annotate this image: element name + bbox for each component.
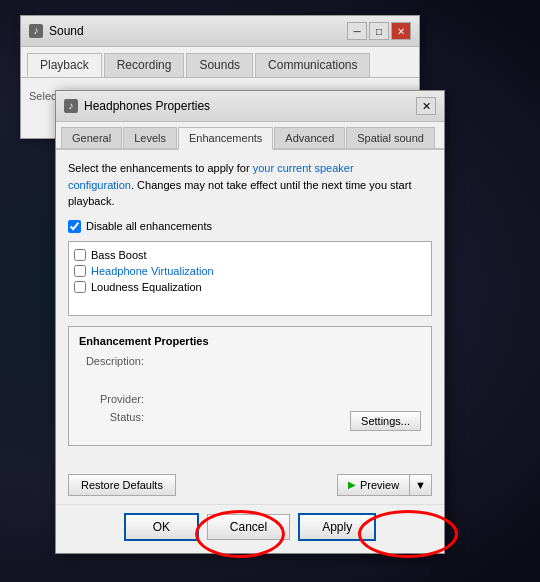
sound-window-icon: ♪ bbox=[29, 24, 43, 38]
apply-button[interactable]: Apply bbox=[298, 513, 376, 541]
tab-advanced[interactable]: Advanced bbox=[274, 127, 345, 148]
disable-all-label: Disable all enhancements bbox=[86, 220, 212, 232]
tab-levels[interactable]: Levels bbox=[123, 127, 177, 148]
sound-title-bar: ♪ Sound ─ □ ✕ bbox=[21, 16, 419, 47]
headphone-virt-label: Headphone Virtualization bbox=[91, 265, 214, 277]
dialog-close-button[interactable]: ✕ bbox=[416, 97, 436, 115]
ok-button[interactable]: OK bbox=[124, 513, 199, 541]
restore-defaults-button[interactable]: Restore Defaults bbox=[68, 474, 176, 496]
bass-boost-label: Bass Boost bbox=[91, 249, 147, 261]
window-controls: ─ □ ✕ bbox=[347, 22, 411, 40]
tab-sounds[interactable]: Sounds bbox=[186, 53, 253, 77]
dialog-title: Headphones Properties bbox=[84, 99, 410, 113]
tab-spatial-sound[interactable]: Spatial sound bbox=[346, 127, 435, 148]
bass-boost-checkbox[interactable] bbox=[74, 249, 86, 261]
description-row: Description: bbox=[79, 355, 421, 367]
settings-button[interactable]: Settings... bbox=[350, 411, 421, 431]
close-button[interactable]: ✕ bbox=[391, 22, 411, 40]
sound-window-title: Sound bbox=[49, 24, 341, 38]
enhancement-headphone-virt: Headphone Virtualization bbox=[74, 263, 426, 279]
status-row: Status: Settings... bbox=[79, 411, 421, 431]
description-label: Description: bbox=[79, 355, 144, 367]
sound-tabs: Playback Recording Sounds Communications bbox=[21, 47, 419, 78]
play-icon: ▶ bbox=[348, 479, 356, 490]
maximize-button[interactable]: □ bbox=[369, 22, 389, 40]
status-label: Status: bbox=[79, 411, 144, 423]
enhancement-loudness-eq: Loudness Equalization bbox=[74, 279, 426, 295]
action-buttons-row: OK Cancel Apply bbox=[56, 504, 444, 553]
tab-communications[interactable]: Communications bbox=[255, 53, 370, 77]
tab-general[interactable]: General bbox=[61, 127, 122, 148]
preview-dropdown-button[interactable]: ▼ bbox=[409, 474, 432, 496]
enhancement-description: Select the enhancements to apply for you… bbox=[68, 160, 432, 210]
tab-recording[interactable]: Recording bbox=[104, 53, 185, 77]
minimize-button[interactable]: ─ bbox=[347, 22, 367, 40]
dialog-icon: ♪ bbox=[64, 99, 78, 113]
loudness-eq-checkbox[interactable] bbox=[74, 281, 86, 293]
cancel-button[interactable]: Cancel bbox=[207, 514, 290, 540]
preview-button[interactable]: ▶ Preview bbox=[337, 474, 409, 496]
tab-enhancements[interactable]: Enhancements bbox=[178, 127, 273, 150]
loudness-eq-label: Loudness Equalization bbox=[91, 281, 202, 293]
properties-title: Enhancement Properties bbox=[79, 335, 421, 347]
preview-label: Preview bbox=[360, 479, 399, 491]
dialog-content: Select the enhancements to apply for you… bbox=[56, 150, 444, 466]
dialog-tabs-row: General Levels Enhancements Advanced Spa… bbox=[56, 122, 444, 150]
disable-all-row: Disable all enhancements bbox=[68, 220, 432, 233]
provider-row: Provider: bbox=[79, 393, 421, 405]
bottom-buttons-row: Restore Defaults ▶ Preview ▼ bbox=[56, 466, 444, 504]
preview-group: ▶ Preview ▼ bbox=[337, 474, 432, 496]
dialog-title-bar: ♪ Headphones Properties ✕ bbox=[56, 91, 444, 122]
headphones-properties-dialog: ♪ Headphones Properties ✕ General Levels… bbox=[55, 90, 445, 554]
enhancement-bass-boost: Bass Boost bbox=[74, 247, 426, 263]
enhancement-properties-box: Enhancement Properties Description: Prov… bbox=[68, 326, 432, 446]
provider-label: Provider: bbox=[79, 393, 144, 405]
headphone-virt-checkbox[interactable] bbox=[74, 265, 86, 277]
disable-all-checkbox[interactable] bbox=[68, 220, 81, 233]
tab-playback[interactable]: Playback bbox=[27, 53, 102, 77]
enhancement-list: Bass Boost Headphone Virtualization Loud… bbox=[68, 241, 432, 316]
